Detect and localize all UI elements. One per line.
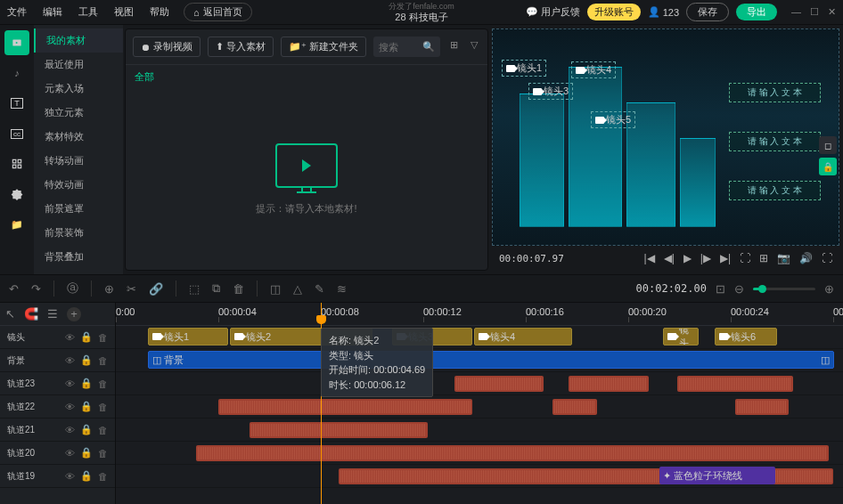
feedback-link[interactable]: 💬 用户反馈 <box>526 5 580 19</box>
redo-icon[interactable]: ↷ <box>31 282 41 296</box>
category-item[interactable]: 素材特效 <box>34 125 123 149</box>
track-delete-icon[interactable]: 🗑 <box>98 402 108 412</box>
link-icon[interactable]: 🔗 <box>149 282 163 296</box>
category-item[interactable]: 前景装饰 <box>34 221 123 245</box>
shot-clip[interactable]: 镜头6 <box>715 328 777 345</box>
fit-icon[interactable]: ⊡ <box>716 282 725 296</box>
nav-plugin-icon[interactable] <box>4 182 29 207</box>
lock-icon[interactable]: 🔒 <box>80 447 93 459</box>
track-row[interactable]: ◫背景◫ <box>116 349 843 372</box>
menu-tools[interactable]: 工具 <box>78 5 98 19</box>
minimize-icon[interactable]: — <box>791 6 801 18</box>
visibility-icon[interactable]: 👁 <box>65 448 75 459</box>
side-crop-icon[interactable]: ◻ <box>819 136 837 154</box>
newfolder-button[interactable]: 📁⁺新建文件夹 <box>281 37 366 57</box>
play-icon[interactable]: ▶ <box>683 252 692 264</box>
tab-all[interactable]: 全部 <box>135 71 154 82</box>
track-row[interactable]: 镜头1镜头2镜头3镜头4镜头镜头6 <box>116 326 843 349</box>
audio-clip[interactable] <box>454 376 544 392</box>
track-row[interactable] <box>116 372 843 395</box>
side-lock-icon[interactable]: 🔒 <box>819 158 837 175</box>
fullscreen-icon[interactable]: ⛶ <box>822 252 832 264</box>
search-input[interactable] <box>379 42 420 53</box>
track-delete-icon[interactable]: 🗑 <box>98 355 108 366</box>
marker-tool-icon[interactable]: ⓐ <box>67 280 78 297</box>
audio-clip[interactable] <box>218 399 472 415</box>
lock-icon[interactable]: 🔒 <box>80 378 93 389</box>
edit-icon[interactable]: ✎ <box>315 282 324 296</box>
visibility-icon[interactable]: 👁 <box>65 378 75 389</box>
shot-clip[interactable]: 镜头 <box>663 328 699 345</box>
category-item[interactable]: 背景叠加 <box>34 245 123 269</box>
grid-icon[interactable]: ⊞ <box>759 252 768 264</box>
track-options-icon[interactable]: ☰ <box>47 307 58 321</box>
home-button[interactable]: ⌂ 返回首页 <box>184 3 252 21</box>
prev-shot-icon[interactable]: |◀ <box>644 252 655 264</box>
fx-clip[interactable]: ✦蓝色粒子环绕线 <box>659 467 775 484</box>
visibility-icon[interactable]: 👁 <box>65 471 75 482</box>
audio-clip[interactable] <box>677 376 793 392</box>
track-delete-icon[interactable]: 🗑 <box>98 448 108 459</box>
shot-clip[interactable]: 镜头1 <box>148 328 228 345</box>
track-delete-icon[interactable]: 🗑 <box>98 425 108 435</box>
audio-clip[interactable] <box>250 422 428 438</box>
text-placeholder-3[interactable]: 请 输 入 文 本 <box>729 181 821 200</box>
menu-view[interactable]: 视图 <box>114 5 134 19</box>
category-item[interactable]: 前景遮罩 <box>34 197 123 221</box>
lock-icon[interactable]: 🔒 <box>80 424 93 435</box>
preview-viewport[interactable]: 镜头1 镜头3 镜头4 镜头5 请 输 入 文 本 请 输 入 文 本 请 输 … <box>492 28 839 246</box>
marker-shot1[interactable]: 镜头1 <box>502 60 546 77</box>
track-row[interactable]: ✦蓝色粒子环绕线 <box>116 465 843 488</box>
zoom-out-icon[interactable]: ⊖ <box>734 282 744 296</box>
step-back-icon[interactable]: ◀| <box>664 252 675 264</box>
nav-text-icon[interactable]: T <box>4 91 29 116</box>
upgrade-button[interactable]: 升级账号 <box>587 4 641 20</box>
layers-icon[interactable]: ≋ <box>337 282 347 296</box>
audio-clip[interactable] <box>735 399 789 415</box>
text-placeholder-2[interactable]: 请 输 入 文 本 <box>729 132 821 151</box>
menu-help[interactable]: 帮助 <box>150 5 169 19</box>
nav-media-icon[interactable] <box>4 30 29 55</box>
lock-icon[interactable]: 🔒 <box>80 470 93 482</box>
lock-icon[interactable]: 🔒 <box>80 354 93 366</box>
zoom-slider[interactable] <box>753 288 815 290</box>
category-item[interactable]: 元素入场 <box>34 77 123 101</box>
snapshot-icon[interactable]: 📷 <box>777 252 790 264</box>
track-row[interactable] <box>116 442 843 465</box>
maximize-icon[interactable]: ☐ <box>810 6 819 18</box>
add-track-icon[interactable]: + <box>67 307 81 321</box>
track-delete-icon[interactable]: 🗑 <box>98 378 108 389</box>
record-button[interactable]: ⏺录制视频 <box>133 37 201 57</box>
nav-folder-icon[interactable]: 📁 <box>4 212 29 237</box>
step-fwd-icon[interactable]: |▶ <box>700 252 711 264</box>
bg-clip[interactable]: ◫背景◫ <box>148 351 834 369</box>
screen-icon[interactable]: ⛶ <box>740 252 750 264</box>
lock-icon[interactable]: 🔒 <box>80 331 93 343</box>
track-delete-icon[interactable]: 🗑 <box>98 471 108 482</box>
close-icon[interactable]: ✕ <box>828 6 836 18</box>
track-delete-icon[interactable]: 🗑 <box>98 332 108 343</box>
category-item[interactable]: 最近使用 <box>34 53 123 77</box>
mask-icon[interactable]: ◫ <box>270 282 281 296</box>
visibility-icon[interactable]: 👁 <box>65 355 75 366</box>
marker-shot5[interactable]: 镜头5 <box>591 111 635 128</box>
delete-icon[interactable]: 🗑 <box>233 282 244 296</box>
audio-clip[interactable] <box>569 376 649 392</box>
save-button[interactable]: 保存 <box>686 3 729 21</box>
volume-icon[interactable]: 🔊 <box>799 252 813 264</box>
track-row[interactable] <box>116 419 843 442</box>
copy-icon[interactable]: ⧉ <box>212 281 220 296</box>
user-button[interactable]: 👤 123 <box>648 6 679 18</box>
import-button[interactable]: ⬆导入素材 <box>208 37 274 57</box>
menu-edit[interactable]: 编辑 <box>43 5 62 19</box>
menu-file[interactable]: 文件 <box>7 5 27 19</box>
lock-icon[interactable]: 🔒 <box>80 401 93 412</box>
audio-clip[interactable] <box>552 399 597 415</box>
track-row[interactable] <box>116 395 843 419</box>
visibility-icon[interactable]: 👁 <box>65 332 75 343</box>
split-icon[interactable]: ✂ <box>127 282 136 296</box>
text-placeholder-1[interactable]: 请 输 入 文 本 <box>729 83 821 102</box>
nav-caption-icon[interactable]: cc <box>4 121 29 146</box>
filter-icon[interactable]: ▽ <box>468 37 480 57</box>
category-item[interactable]: 转场动画 <box>34 149 123 173</box>
